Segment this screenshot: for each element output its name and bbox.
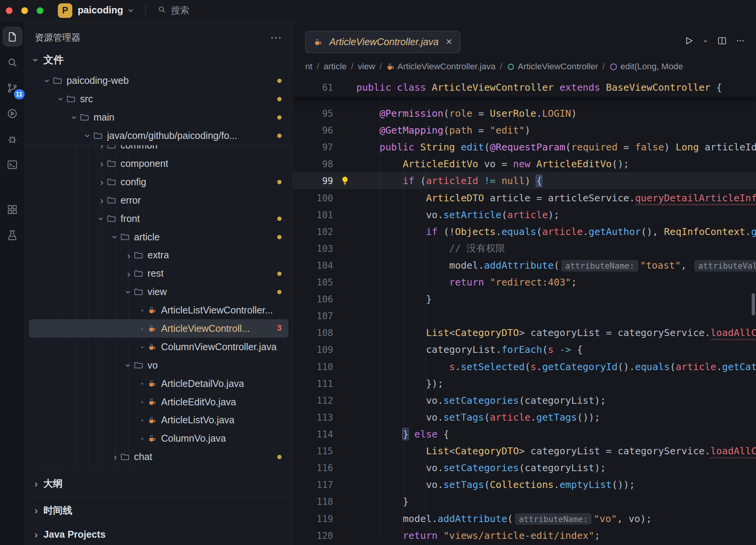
code-line-110[interactable]: 110 s.setSelected(s.getCategoryId().equa…: [293, 358, 756, 375]
bug-icon[interactable]: [3, 129, 22, 148]
tree-item-config[interactable]: ›config: [29, 173, 288, 191]
terminal-icon[interactable]: [3, 155, 22, 174]
code-line-102[interactable]: 102 if (!Objects.equals(article.getAutho…: [293, 223, 756, 240]
split-editor-icon[interactable]: [717, 36, 727, 46]
tree-item-vo[interactable]: ›vo: [29, 356, 288, 374]
chevron-down-icon[interactable]: ›: [124, 287, 134, 297]
tree-item-column-view-controller[interactable]: •ColumnViewController.java: [29, 338, 288, 356]
breadcrumb-item[interactable]: edit(Long, Mode: [609, 62, 683, 72]
chevron-right-icon[interactable]: ›: [96, 158, 107, 168]
sticky-scroll-line[interactable]: 61public class ArticleViewController ext…: [293, 77, 756, 97]
code-line-99[interactable]: 99 if (articleId != null) {: [293, 172, 756, 189]
code-line-107[interactable]: 107: [293, 307, 756, 324]
code-line-116[interactable]: 116 vo.setCategories(categoryList);: [293, 459, 756, 476]
run-icon[interactable]: [684, 36, 694, 46]
tree-item-column-vo[interactable]: •ColumnVo.java: [29, 429, 288, 448]
code-line-96[interactable]: 96 @GetMapping(path = "edit"): [293, 122, 756, 139]
scrollbar-thumb[interactable]: [752, 293, 755, 315]
tree-item-article-view-controller[interactable]: •ArticleViewControll...3: [29, 319, 288, 338]
extensions-icon[interactable]: [3, 200, 22, 219]
code-line-95[interactable]: 95 @Permission(role = UserRole.LOGIN): [293, 104, 756, 121]
tab-articleviewcontroller[interactable]: ArticleViewController.java ×: [305, 31, 460, 53]
tree-item-article-list-view-controller[interactable]: •ArticleListViewController...: [29, 301, 288, 319]
code-line-115[interactable]: 115 List<CategoryDTO> categoryList = cat…: [293, 442, 756, 459]
global-search[interactable]: 搜索: [157, 4, 189, 17]
run-and-debug-icon[interactable]: [3, 104, 22, 123]
explorer-icon[interactable]: [3, 27, 22, 46]
source-control-icon[interactable]: 11: [3, 78, 22, 97]
tree-item-front[interactable]: ›front: [29, 209, 288, 228]
breadcrumb-item[interactable]: ArticleViewController.java: [386, 62, 496, 72]
more-actions-icon[interactable]: [735, 36, 745, 46]
code-line-61[interactable]: 61public class ArticleViewController ext…: [293, 78, 756, 95]
code-line-101[interactable]: 101 vo.setArticle(article);: [293, 206, 756, 223]
section-outline[interactable]: ›大纲: [25, 470, 292, 497]
tree-item-label: ArticleViewControll...: [161, 323, 250, 334]
section-java-projects[interactable]: ›Java Projects: [25, 524, 292, 545]
code-line-108[interactable]: 108 List<CategoryDTO> categoryList = cat…: [293, 324, 756, 341]
tree-item-view[interactable]: ›view: [29, 282, 288, 301]
files-section-header[interactable]: › 文件: [25, 48, 292, 71]
breadcrumb-item[interactable]: ArticleViewController: [507, 62, 598, 72]
minimize-window-button[interactable]: [21, 7, 28, 14]
testing-icon[interactable]: [3, 225, 22, 245]
chevron-right-icon[interactable]: ›: [96, 195, 107, 205]
tree-item-paicoding-web[interactable]: ›paicoding-web: [29, 72, 288, 90]
workspace-menu[interactable]: paicoding: [78, 5, 123, 16]
run-dropdown-icon[interactable]: [702, 38, 709, 44]
tree-item-chat[interactable]: ›chat: [29, 447, 288, 466]
code-line-111[interactable]: 111 });: [293, 375, 756, 392]
chevron-right-icon[interactable]: ›: [96, 177, 107, 187]
code-line-105[interactable]: 105 return "redirect:403";: [293, 274, 756, 290]
chevron-right-icon[interactable]: ›: [124, 268, 134, 278]
code-line-113[interactable]: 113 vo.setTags(article.getTags());: [293, 408, 756, 425]
code-line-106[interactable]: 106 }: [293, 290, 756, 307]
tree-item-article-edit-vo[interactable]: •ArticleEditVo.java: [29, 393, 288, 411]
code-editor[interactable]: 61public class ArticleViewController ext…: [293, 77, 756, 545]
code-line-119[interactable]: 119 model.addAttribute(attributeName:"vo…: [293, 510, 756, 527]
chevron-down-icon[interactable]: ›: [83, 130, 93, 141]
more-actions-icon[interactable]: ⋯: [270, 31, 283, 44]
tree-item-article-list-vo[interactable]: •ArticleListVo.java: [29, 411, 288, 429]
tree-item-java-path[interactable]: ›java/com/github/paicoding/fo...: [29, 126, 288, 145]
code-line-120[interactable]: 120 return "views/article-edit/index";: [293, 527, 756, 543]
code-line-104[interactable]: 104 model.addAttribute(attributeName:"to…: [293, 256, 756, 273]
chevron-down-icon[interactable]: ›: [97, 213, 107, 224]
breadcrumb-item[interactable]: view: [358, 62, 375, 72]
chevron-right-icon[interactable]: ›: [124, 250, 134, 260]
chevron-down-icon[interactable]: ›: [70, 112, 80, 122]
zoom-window-button[interactable]: [37, 7, 44, 14]
tree-item-article-detail-vo[interactable]: •ArticleDetailVo.java: [29, 374, 288, 393]
close-window-button[interactable]: [6, 7, 13, 14]
code-lines[interactable]: 95 @Permission(role = UserRole.LOGIN)96 …: [293, 97, 756, 543]
code-line-97[interactable]: 97 public String edit(@RequestParam(requ…: [293, 139, 756, 155]
code-line-98[interactable]: 98 ArticleEditVo vo = new ArticleEditVo(…: [293, 155, 756, 172]
chevron-down-icon[interactable]: ›: [56, 93, 66, 104]
tree-item-main[interactable]: ›main: [29, 108, 288, 126]
code-line-114[interactable]: 114 } else {: [293, 425, 756, 442]
tree-item-src[interactable]: ›src: [29, 90, 288, 108]
chevron-down-icon[interactable]: ›: [43, 75, 53, 86]
chevron-down-icon[interactable]: [127, 7, 135, 14]
tree-item-component[interactable]: ›component: [29, 154, 288, 173]
search-icon[interactable]: [3, 52, 22, 72]
chevron-down-icon[interactable]: ›: [110, 232, 120, 242]
section-timeline[interactable]: ›时间线: [25, 497, 292, 524]
breadcrumb-item[interactable]: nt: [305, 62, 313, 72]
lightbulb-icon[interactable]: [333, 176, 356, 185]
code-line-109[interactable]: 109 categoryList.forEach(s -> {: [293, 341, 756, 358]
breadcrumb-item[interactable]: article: [324, 62, 347, 72]
tree-item-error[interactable]: ›error: [29, 191, 288, 209]
close-tab-icon[interactable]: ×: [446, 36, 452, 48]
chevron-right-icon[interactable]: ›: [110, 452, 121, 462]
code-line-100[interactable]: 100 ArticleDTO article = articleService.…: [293, 189, 756, 206]
code-line-103[interactable]: 103 // 没有权限: [293, 240, 756, 256]
token: ArticleEditVo: [536, 158, 612, 170]
code-line-118[interactable]: 118 }: [293, 493, 756, 510]
tree-item-rest[interactable]: ›rest: [29, 264, 288, 283]
code-line-112[interactable]: 112 vo.setCategories(categoryList);: [293, 392, 756, 408]
tree-item-extra[interactable]: ›extra: [29, 246, 288, 264]
tree-item-article[interactable]: ›article: [29, 228, 288, 246]
chevron-down-icon[interactable]: ›: [124, 360, 134, 370]
code-line-117[interactable]: 117 vo.setTags(Collections.emptyList());: [293, 476, 756, 493]
